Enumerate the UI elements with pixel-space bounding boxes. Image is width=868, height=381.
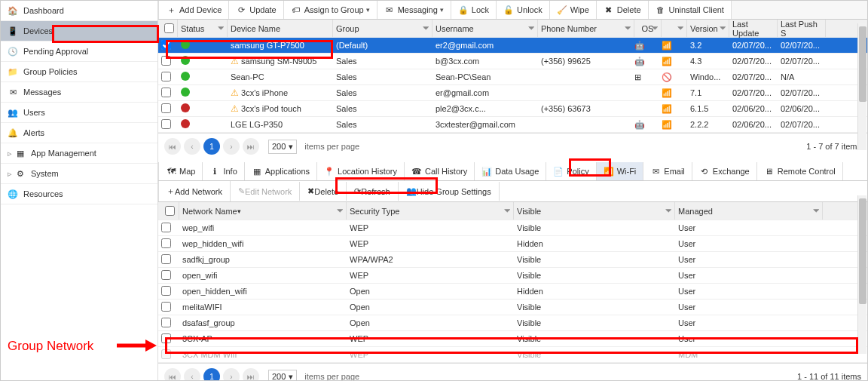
pager-next[interactable]: › — [223, 368, 240, 380]
delete-network-button[interactable]: ✖Delete — [300, 182, 347, 201]
filter-icon[interactable]: ⏷ — [336, 206, 344, 214]
tab-exchange[interactable]: ⟲Exchange — [692, 162, 757, 180]
sidebar-item-devices[interactable]: 📱 Devices — [1, 21, 157, 41]
row-checkbox[interactable] — [161, 223, 171, 232]
select-all-checkbox[interactable] — [165, 206, 175, 216]
sidebar-item-alerts[interactable]: 🔔 Alerts — [1, 123, 157, 143]
select-all-checkbox[interactable] — [164, 23, 174, 33]
table-row[interactable]: ⚠ 3cx's iPod touchSalesple2@3cx.c...(+35… — [158, 101, 867, 117]
tab-call-history[interactable]: ☎Call History — [405, 162, 475, 180]
pager-page[interactable]: 1 — [203, 368, 220, 380]
tab-map[interactable]: 🗺Map — [158, 162, 203, 180]
col-version[interactable]: Version — [690, 24, 718, 33]
tab-email[interactable]: ✉Email — [643, 162, 692, 180]
sidebar-item-resources[interactable]: 🌐 Resources — [1, 184, 157, 204]
page-size-select[interactable]: 200▾ — [268, 370, 297, 381]
col-phone[interactable]: Phone Number — [541, 24, 597, 33]
table-row[interactable]: sadfkj_groupWPA/WPA2VisibleUser — [158, 252, 867, 268]
col-managed[interactable]: Managed — [678, 207, 713, 216]
col-last-push[interactable]: Last Push S — [781, 20, 825, 38]
table-row[interactable]: open_wifiWEPVisibleUser — [158, 268, 867, 284]
tab-policy[interactable]: 📄Policy — [546, 162, 596, 180]
filter-icon[interactable]: ⏷ — [719, 23, 726, 31]
table-row[interactable]: Sean-PCSalesSean-PC\Sean⊞🚫Windo...02/07/… — [158, 69, 867, 85]
row-checkbox[interactable] — [161, 88, 171, 97]
pager-first[interactable]: ⏮ — [164, 138, 181, 155]
row-checkbox[interactable] — [161, 270, 171, 280]
add-network-button[interactable]: ＋Add Network — [158, 181, 231, 201]
refresh-button[interactable]: ⟳Refresh — [347, 182, 399, 201]
row-checkbox[interactable] — [161, 318, 171, 327]
row-checkbox[interactable] — [161, 333, 171, 343]
table-row[interactable]: LGE LG-P350Sales3cxtester@gmail.com🤖📶2.2… — [158, 117, 867, 133]
row-checkbox[interactable] — [161, 349, 171, 359]
add-device-button[interactable]: ＋Add Device — [158, 1, 229, 19]
pager-next[interactable]: › — [223, 138, 240, 155]
sidebar-item-users[interactable]: 👥 Users — [1, 103, 157, 123]
row-checkbox[interactable] — [161, 72, 171, 81]
row-checkbox[interactable] — [161, 286, 171, 296]
table-row[interactable]: dsafasf_groupOpenVisibleUser — [158, 315, 867, 331]
filter-icon[interactable]: ⏷ — [422, 23, 429, 31]
col-status[interactable]: Status — [181, 24, 204, 33]
sidebar-item-system[interactable]: ▹ ⚙ System — [1, 164, 157, 184]
table-row[interactable]: open_hidden_wifiOpenHiddenUser — [158, 284, 867, 300]
scrollbar[interactable] — [857, 195, 866, 354]
sidebar-item-messages[interactable]: ✉ Messages — [1, 82, 157, 103]
filter-icon[interactable]: ⏷ — [812, 206, 820, 214]
col-security[interactable]: Security Type — [350, 207, 399, 216]
wipe-button[interactable]: 🧹Wipe — [550, 1, 597, 19]
col-network-name[interactable]: Network Name — [182, 207, 237, 216]
filter-icon[interactable]: ⏷ — [665, 206, 672, 214]
row-checkbox[interactable] — [161, 40, 171, 50]
tab-wifi[interactable]: 📶Wi-Fi — [597, 162, 644, 180]
pager-page[interactable]: 1 — [203, 138, 220, 155]
row-checkbox[interactable] — [161, 254, 171, 264]
sidebar-item-app-management[interactable]: ▹ ▦ App Management — [1, 143, 157, 164]
filter-icon[interactable]: ⏷ — [651, 23, 659, 31]
tab-applications[interactable]: ▦Applications — [245, 162, 317, 180]
filter-icon[interactable]: ⏷ — [503, 206, 511, 214]
delete-button[interactable]: ✖Delete — [597, 1, 649, 19]
tab-data-usage[interactable]: 📊Data Usage — [475, 162, 546, 180]
table-row[interactable]: samsung GT-P7500(Default)er2@gmail.com🤖📶… — [158, 38, 867, 54]
lock-button[interactable]: 🔒Lock — [451, 1, 497, 19]
col-name[interactable]: Device Name — [231, 24, 280, 33]
row-checkbox[interactable] — [161, 119, 171, 129]
filter-icon[interactable]: ⏷ — [624, 23, 631, 31]
table-row[interactable]: wep_hidden_wifiWEPHiddenUser — [158, 236, 867, 252]
row-checkbox[interactable] — [161, 103, 171, 113]
col-last-update[interactable]: Last Update — [732, 20, 777, 38]
table-row[interactable]: melitaWIFIOpenVisibleUser — [158, 300, 867, 315]
pager-last[interactable]: ⏭ — [243, 368, 259, 380]
uninstall-button[interactable]: 🗑Uninstall Client — [649, 1, 732, 19]
row-checkbox[interactable] — [161, 302, 171, 312]
table-row[interactable]: wep_wifiWEPVisibleUser — [158, 220, 867, 236]
table-row[interactable]: 3CX MDM WifiWEPVisibleMDM — [158, 347, 867, 363]
col-user[interactable]: Username — [436, 24, 474, 33]
table-row[interactable]: 3CX-APWEPVisibleUser — [158, 331, 867, 347]
row-checkbox[interactable] — [161, 56, 171, 66]
filter-icon[interactable]: ⏷ — [677, 23, 684, 31]
row-checkbox[interactable] — [161, 238, 171, 248]
pager-prev[interactable]: ‹ — [184, 138, 200, 155]
tab-remote[interactable]: 🖥Remote Control — [757, 162, 843, 180]
update-button[interactable]: ⟳Update — [229, 1, 283, 19]
sidebar-item-pending[interactable]: 🕓 Pending Approval — [1, 41, 157, 62]
sidebar-item-dashboard[interactable]: 🏠 Dashboard — [1, 1, 157, 21]
messaging-button[interactable]: ✉Messaging▾ — [377, 1, 451, 19]
assign-group-button[interactable]: 🏷Assign to Group▾ — [284, 1, 377, 19]
page-size-select[interactable]: 200▾ — [268, 140, 297, 154]
filter-icon[interactable]: ⏷ — [527, 23, 535, 31]
tab-info[interactable]: ℹInfo — [203, 162, 244, 180]
pager-prev[interactable]: ‹ — [184, 368, 200, 380]
filter-icon[interactable]: ⏷ — [217, 23, 225, 31]
sidebar-item-policies[interactable]: 📁 Group Policies — [1, 62, 157, 82]
col-visible[interactable]: Visible — [517, 207, 541, 216]
hide-group-settings-button[interactable]: 👥Hide Group Settings — [399, 182, 500, 201]
pager-last[interactable]: ⏭ — [243, 138, 259, 155]
tab-location-history[interactable]: 📍Location History — [317, 162, 405, 180]
col-group[interactable]: Group — [336, 24, 359, 33]
unlock-button[interactable]: 🔓Unlock — [497, 1, 550, 19]
edit-network-button[interactable]: ✎Edit Network — [231, 182, 300, 201]
